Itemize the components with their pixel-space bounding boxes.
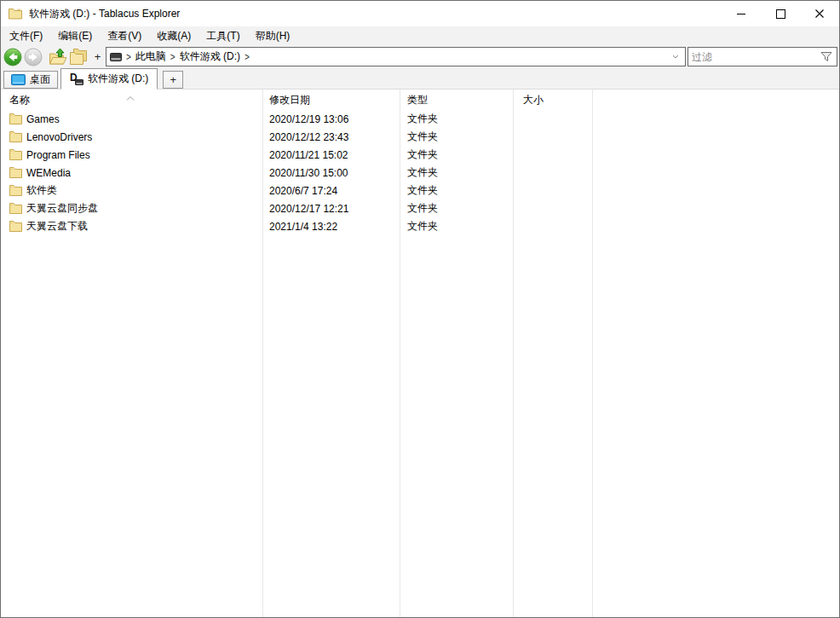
close-button[interactable] [800,1,839,26]
file-modified: 2020/11/30 15:00 [262,167,400,179]
file-name: 天翼云盘同步盘 [26,201,98,216]
menu-edit[interactable]: 编辑(E) [50,26,100,45]
tab-label: 桌面 [30,72,50,87]
close-icon [815,9,824,18]
file-row[interactable]: Games 2020/12/19 13:06 文件夹 [1,110,839,128]
file-row[interactable]: LenovoDrivers 2020/12/12 23:43 文件夹 [1,128,839,146]
address-bar[interactable]: > 此电脑 > 软件游戏 (D:) > [106,47,686,66]
file-name: 软件类 [26,183,57,198]
file-type: 文件夹 [400,165,513,180]
folder-icon [9,167,22,178]
chevron-down-icon [672,55,679,59]
title-bar: 软件游戏 (D:) - Tablacus Explorer [1,1,839,26]
file-name: Games [26,113,60,125]
filter-box [688,47,837,66]
up-icon [49,48,67,66]
folder-icon [9,221,22,232]
breadcrumb-separator: > [170,51,175,62]
maximize-button[interactable] [761,1,800,26]
column-header-row: 名称 修改日期 类型 大小 [1,90,839,110]
file-name: LenovoDrivers [26,131,92,143]
file-modified: 2020/11/21 15:02 [262,149,400,161]
file-name: 天翼云盘下载 [26,219,88,234]
forward-icon [24,48,43,66]
toolbar: + > 此电脑 > 软件游戏 (D:) > [1,45,839,68]
file-row[interactable]: 天翼云盘同步盘 2020/12/17 12:21 文件夹 [1,199,839,217]
file-type: 文件夹 [400,183,513,198]
drive-icon [110,53,122,61]
column-header-name[interactable]: 名称 [1,93,262,107]
menu-bar: 文件(F) 编辑(E) 查看(V) 收藏(A) 工具(T) 帮助(H) [1,26,839,45]
file-modified: 2020/6/7 17:24 [262,185,400,197]
forward-button[interactable] [24,48,43,66]
tab-desktop[interactable]: 桌面 [3,71,58,89]
folder-icon [9,131,22,142]
file-row[interactable]: WEMedia 2020/11/30 15:00 文件夹 [1,164,839,182]
file-type: 文件夹 [400,201,513,216]
tab-label: 软件游戏 (D:) [88,72,148,86]
menu-file[interactable]: 文件(F) [2,26,50,45]
maximize-icon [776,9,785,19]
file-modified: 2020/12/12 23:43 [262,131,400,143]
file-type: 文件夹 [400,219,513,234]
desktop-icon [11,74,26,85]
tab-bar: 桌面 D 软件游戏 (D:) + [1,68,839,90]
column-header-size[interactable]: 大小 [513,93,592,107]
minimize-button[interactable] [722,1,761,26]
up-button[interactable] [49,48,67,66]
folder-icon [9,8,22,20]
breadcrumb-separator: > [245,51,250,62]
file-type: 文件夹 [400,147,513,162]
folder-icon [9,203,22,214]
folders-button[interactable] [69,49,89,65]
window-title: 软件游戏 (D:) - Tablacus Explorer [29,7,180,21]
file-row[interactable]: 天翼云盘下载 2021/1/4 13:22 文件夹 [1,217,839,235]
menu-tools[interactable]: 工具(T) [198,26,247,45]
add-toolbar-button[interactable]: + [92,50,103,63]
file-list-pane: 名称 修改日期 类型 大小 Games 2020/12/19 13:06 文件夹… [1,90,839,617]
file-row[interactable]: Program Files 2020/11/21 15:02 文件夹 [1,146,839,164]
address-dropdown-button[interactable] [669,48,682,66]
column-header-modified[interactable]: 修改日期 [262,93,400,107]
file-name: Program Files [26,149,90,161]
breadcrumb-separator: > [126,51,131,62]
file-name: WEMedia [26,167,71,179]
tab-drive-d[interactable]: D 软件游戏 (D:) [60,68,158,90]
folders-icon [69,49,89,65]
column-separator[interactable] [513,90,514,617]
drive-d-icon: D [70,73,83,85]
menu-view[interactable]: 查看(V) [100,26,149,45]
back-icon [3,48,22,66]
menu-favorites[interactable]: 收藏(A) [149,26,198,45]
minimize-icon [737,14,745,14]
file-row[interactable]: 软件类 2020/6/7 17:24 文件夹 [1,182,839,199]
funnel-icon [820,51,832,62]
breadcrumb-current-drive[interactable]: 软件游戏 (D:) [180,49,240,64]
folder-icon [9,149,22,160]
app-window: 软件游戏 (D:) - Tablacus Explorer 文件(F) 编辑(E… [0,0,840,618]
file-type: 文件夹 [400,112,513,126]
column-separator[interactable] [262,90,263,617]
breadcrumb-this-pc[interactable]: 此电脑 [135,49,166,64]
back-button[interactable] [3,48,22,66]
file-type: 文件夹 [400,130,513,144]
column-separator[interactable] [400,90,400,617]
column-separator[interactable] [592,90,593,617]
folder-icon [9,113,22,124]
file-modified: 2020/12/19 13:06 [262,113,400,125]
file-modified: 2021/1/4 13:22 [262,221,400,233]
new-tab-button[interactable]: + [163,71,183,89]
column-header-type[interactable]: 类型 [400,93,513,107]
file-modified: 2020/12/17 12:21 [262,203,400,215]
folder-icon [9,185,22,196]
filter-input[interactable] [688,48,820,66]
menu-help[interactable]: 帮助(H) [248,26,298,45]
